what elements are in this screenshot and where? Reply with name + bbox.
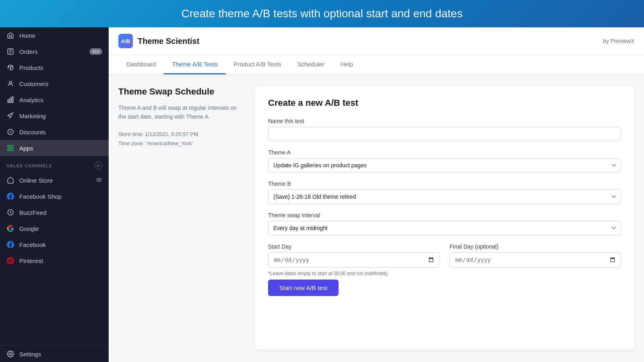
sidebar-item-apps[interactable]: Apps bbox=[0, 140, 109, 156]
orders-badge: 416 bbox=[89, 48, 102, 55]
panel-meta: Store time: 1/12/2021, 6:20:57 PM Time z… bbox=[118, 130, 243, 148]
theme-a-select[interactable]: Update IG galleries on product pages Daw… bbox=[268, 158, 621, 173]
timezone: Time zone: "America/New_York" bbox=[118, 139, 243, 148]
buzzfeed-icon bbox=[6, 208, 14, 216]
sidebar-item-settings[interactable]: Settings bbox=[0, 346, 109, 362]
sidebar-item-analytics[interactable]: Analytics bbox=[0, 92, 109, 108]
add-sales-channel-button[interactable]: + bbox=[94, 162, 102, 170]
sidebar-label-discounts: Discounts bbox=[19, 129, 46, 136]
svg-rect-7 bbox=[11, 145, 13, 147]
sidebar-label-buzzfeed: BuzzFeed bbox=[19, 209, 47, 216]
facebook-shop-icon bbox=[6, 192, 14, 200]
app-by-text: by PreviewX bbox=[603, 38, 634, 44]
sales-channels-section: SALES CHANNELS + bbox=[0, 156, 109, 172]
start-day-label: Start Day bbox=[268, 243, 440, 250]
content-area: A/B Theme Scientist by PreviewX Dashboar… bbox=[109, 27, 644, 362]
sidebar-item-google[interactable]: Google bbox=[0, 220, 109, 237]
store-time: Store time: 1/12/2021, 6:20:57 PM bbox=[118, 130, 243, 139]
svg-point-11 bbox=[98, 179, 100, 181]
home-icon bbox=[6, 31, 14, 39]
app-logo: A/B bbox=[118, 34, 133, 48]
form-title: Create a new A/B test bbox=[268, 98, 621, 108]
svg-rect-6 bbox=[8, 145, 10, 147]
google-icon bbox=[6, 224, 14, 232]
left-panel: Theme Swap Schedule Theme A and B will s… bbox=[118, 86, 255, 350]
name-label: Name this test bbox=[268, 118, 621, 124]
app-logo-text: A/B bbox=[121, 38, 130, 44]
sales-channels-label: SALES CHANNELS bbox=[6, 163, 52, 168]
svg-point-1 bbox=[9, 81, 12, 84]
tab-dashboard[interactable]: Dashboard bbox=[118, 55, 164, 74]
start-day-group: Start Day bbox=[268, 243, 440, 267]
theme-b-label: Theme B bbox=[268, 181, 621, 187]
tab-product-ab-tests[interactable]: Product A/B Tests bbox=[226, 55, 289, 74]
final-day-input[interactable] bbox=[450, 252, 621, 267]
eye-icon[interactable] bbox=[96, 177, 102, 183]
start-ab-test-button[interactable]: Start new A/B test bbox=[268, 280, 339, 296]
name-group: Name this test bbox=[268, 118, 621, 141]
theme-a-label: Theme A bbox=[268, 149, 621, 156]
svg-rect-2 bbox=[8, 100, 9, 103]
pinterest-icon bbox=[6, 257, 14, 265]
apps-icon bbox=[6, 144, 14, 152]
sidebar-item-buzzfeed[interactable]: BuzzFeed bbox=[0, 204, 109, 220]
sidebar-label-settings: Settings bbox=[19, 351, 41, 358]
panel-title: Theme Swap Schedule bbox=[118, 86, 243, 97]
sidebar-item-customers[interactable]: Customers bbox=[0, 76, 109, 92]
sidebar-settings-section: Settings bbox=[0, 346, 109, 362]
sidebar-item-online-store[interactable]: Online Store bbox=[0, 172, 109, 188]
sidebar-label-facebook: Facebook bbox=[19, 241, 46, 248]
sidebar-label-marketing: Marketing bbox=[19, 113, 46, 119]
sidebar-label-orders: Orders bbox=[19, 48, 38, 55]
sidebar-item-discounts[interactable]: Discounts bbox=[0, 124, 109, 140]
start-day-input[interactable] bbox=[268, 252, 440, 267]
products-icon bbox=[6, 64, 14, 72]
orders-icon bbox=[6, 47, 14, 56]
svg-point-10 bbox=[96, 178, 101, 181]
banner-text: Create theme A/B tests with optional sta… bbox=[182, 7, 463, 20]
discounts-icon bbox=[6, 128, 14, 136]
sidebar: Home Orders 416 Products Customers bbox=[0, 27, 109, 362]
sidebar-label-customers: Customers bbox=[19, 80, 49, 87]
sidebar-item-facebook-shop[interactable]: Facebook Shop bbox=[0, 188, 109, 204]
final-day-label: Final Day (optional) bbox=[450, 243, 621, 250]
sidebar-item-pinterest[interactable]: Pinterest bbox=[0, 253, 109, 269]
svg-point-13 bbox=[10, 353, 12, 355]
sidebar-label-facebook-shop: Facebook Shop bbox=[19, 193, 62, 200]
sidebar-item-marketing[interactable]: Marketing bbox=[0, 108, 109, 124]
svg-rect-8 bbox=[8, 149, 10, 151]
date-row: Start Day Final Day (optional) bbox=[268, 243, 621, 267]
facebook-icon bbox=[6, 241, 14, 249]
tab-scheduler[interactable]: Scheduler bbox=[289, 55, 333, 74]
main-content: Theme Swap Schedule Theme A and B will s… bbox=[109, 74, 644, 362]
sidebar-item-home[interactable]: Home bbox=[0, 27, 109, 43]
form-card: Create a new A/B test Name this test The… bbox=[255, 86, 634, 350]
marketing-icon bbox=[6, 112, 14, 120]
online-store-icon bbox=[6, 176, 14, 184]
tab-theme-ab-tests[interactable]: Theme A/B Tests bbox=[164, 55, 225, 74]
theme-b-select[interactable]: (Save) 1-26-18 Old theme retired Dawn De… bbox=[268, 189, 621, 204]
sidebar-item-facebook[interactable]: Facebook bbox=[0, 237, 109, 253]
sidebar-label-products: Products bbox=[19, 64, 43, 71]
sidebar-label-online-store: Online Store bbox=[19, 177, 53, 184]
sidebar-item-products[interactable]: Products bbox=[0, 60, 109, 76]
settings-icon bbox=[6, 350, 14, 358]
name-input[interactable] bbox=[268, 127, 621, 141]
interval-label: Theme swap interval bbox=[268, 212, 621, 218]
theme-a-group: Theme A Update IG galleries on product p… bbox=[268, 149, 621, 173]
tab-help[interactable]: Help bbox=[332, 55, 361, 74]
sidebar-label-pinterest: Pinterest bbox=[19, 257, 43, 264]
sidebar-label-apps: Apps bbox=[19, 145, 33, 152]
tabs-bar: Dashboard Theme A/B Tests Product A/B Te… bbox=[109, 55, 644, 74]
interval-group: Theme swap interval Every day at midnigh… bbox=[268, 212, 621, 235]
sidebar-item-orders[interactable]: Orders 416 bbox=[0, 43, 109, 60]
svg-rect-9 bbox=[11, 149, 13, 151]
svg-rect-4 bbox=[12, 97, 13, 103]
sidebar-label-analytics: Analytics bbox=[19, 97, 43, 103]
sidebar-label-google: Google bbox=[19, 225, 39, 232]
interval-select[interactable]: Every day at midnight Every 12 hours Eve… bbox=[268, 221, 621, 235]
theme-b-group: Theme B (Save) 1-26-18 Old theme retired… bbox=[268, 181, 621, 204]
app-title: Theme Scientist bbox=[138, 37, 199, 46]
customers-icon bbox=[6, 80, 14, 88]
final-day-group: Final Day (optional) bbox=[450, 243, 621, 267]
